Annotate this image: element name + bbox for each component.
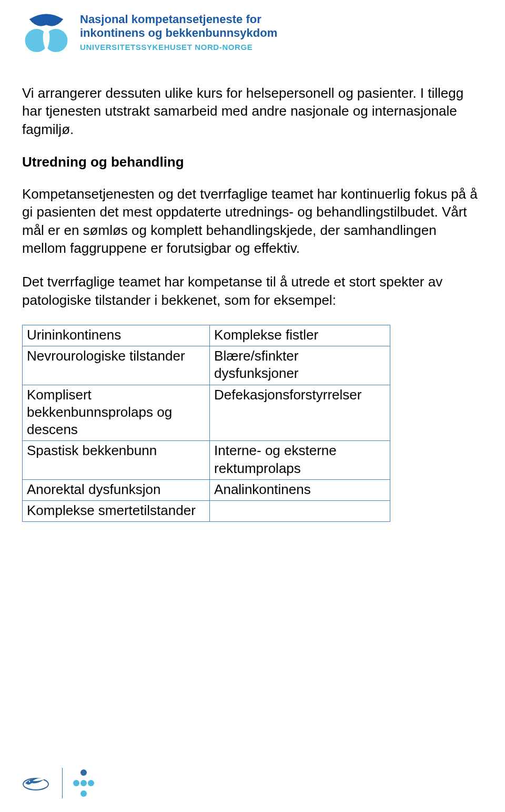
- document-footer: [22, 768, 94, 798]
- section-heading: Utredning og behandling: [22, 154, 481, 170]
- document-body: Vi arrangerer dessuten ulike kurs for he…: [22, 84, 481, 522]
- table-row: Komplisert bekkenbunnsprolaps og descens…: [23, 385, 390, 441]
- footer-dots-icon: [73, 769, 94, 797]
- logo-subtitle: UNIVERSITETSSYKEHUSET NORD-NORGE: [80, 43, 277, 52]
- footer-bird-icon: [22, 774, 52, 793]
- document-page: Nasjonal kompetansetjeneste for inkontin…: [0, 0, 505, 812]
- table-cell-left: Spastisk bekkenbunn: [23, 441, 210, 480]
- table-cell-right: Blære/sfinkter dysfunksjoner: [210, 346, 390, 385]
- table-row: Anorektal dysfunksjon Analinkontinens: [23, 479, 390, 500]
- svg-point-3: [29, 781, 30, 782]
- table-row: Komplekse smertetilstander: [23, 501, 390, 522]
- section-paragraph-2: Det tverrfaglige teamet har kompetanse t…: [22, 273, 481, 309]
- table-row: Nevrourologiske tilstander Blære/sfinkte…: [23, 346, 390, 385]
- table-cell-left: Urininkontinens: [23, 325, 210, 346]
- table-cell-left: Anorektal dysfunksjon: [23, 479, 210, 500]
- table-row: Spastisk bekkenbunn Interne- og eksterne…: [23, 441, 390, 480]
- logo-text-block: Nasjonal kompetansetjeneste for inkontin…: [80, 11, 277, 52]
- section-paragraph-1: Kompetansetjenesten og det tverrfaglige …: [22, 185, 481, 257]
- table-cell-right: Komplekse fistler: [210, 325, 390, 346]
- table-cell-left: Komplekse smertetilstander: [23, 501, 210, 522]
- table-cell-left: Komplisert bekkenbunnsprolaps og descens: [23, 385, 210, 441]
- table-cell-right: Analinkontinens: [210, 479, 390, 500]
- table-row: Urininkontinens Komplekse fistler: [23, 325, 390, 346]
- table-cell-right: [210, 501, 390, 522]
- document-header: Nasjonal kompetansetjeneste for inkontin…: [22, 11, 483, 59]
- footer-separator: [62, 768, 63, 798]
- table-cell-right: Defekasjonsforstyrrelser: [210, 385, 390, 441]
- table-cell-right: Interne- og eksterne rektumprolaps: [210, 441, 390, 480]
- conditions-table: Urininkontinens Komplekse fistler Nevrou…: [22, 325, 390, 522]
- logo-title-line1: Nasjonal kompetansetjeneste for: [80, 13, 277, 26]
- logo-mark: [22, 11, 70, 59]
- table-cell-left: Nevrourologiske tilstander: [23, 346, 210, 385]
- intro-paragraph: Vi arrangerer dessuten ulike kurs for he…: [22, 84, 481, 138]
- logo-title-line2: inkontinens og bekkenbunnsykdom: [80, 26, 277, 40]
